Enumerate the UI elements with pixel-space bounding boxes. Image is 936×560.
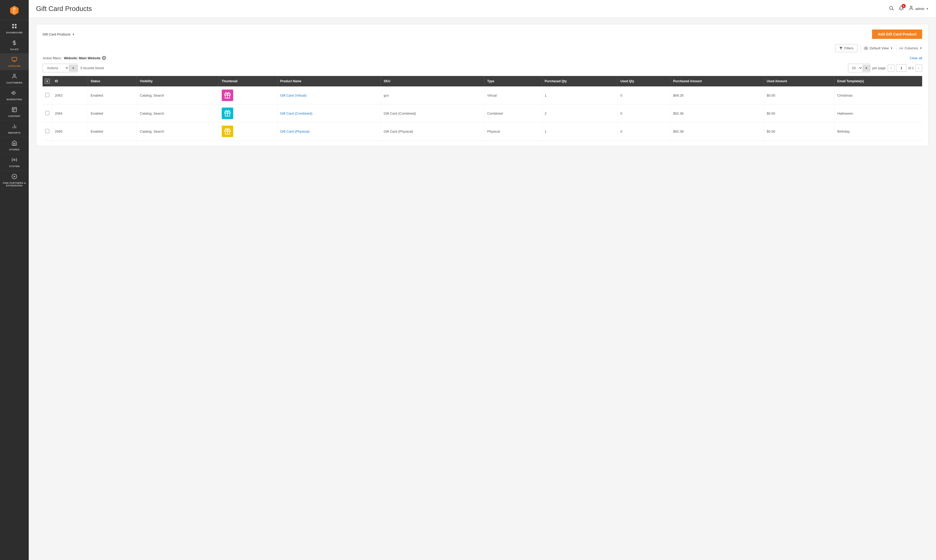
sidebar-item-system[interactable]: SYSTEM (0, 154, 29, 171)
cell-status: Enabled (88, 86, 137, 105)
sidebar-item-label-stores: STORES (9, 148, 20, 151)
th-thumbnail: Thumbnail (219, 76, 277, 86)
product-thumbnail (222, 108, 233, 119)
cell-status: Enabled (88, 105, 137, 122)
sidebar-item-stores[interactable]: STORES (0, 137, 29, 154)
sidebar-item-reports[interactable]: REPORTS (0, 120, 29, 137)
sidebar-item-label-catalog: CATALOG (8, 65, 21, 67)
th-purchased_amount: Purchased Amount (670, 76, 764, 86)
product-thumbnail (222, 89, 233, 101)
sidebar-item-label-sales: SALES (10, 48, 19, 51)
actions-select[interactable]: Actions (43, 64, 69, 72)
cell-product-name[interactable]: Gift Card (Combined) (277, 105, 381, 122)
filter-icon (839, 46, 843, 50)
marketing-icon (11, 90, 17, 97)
product-thumbnail (222, 126, 233, 137)
row-checkbox[interactable] (43, 105, 52, 122)
active-filters-label: Active filters: (43, 56, 62, 60)
active-filters-bar: Active filters: Website: Main Website ✕ … (43, 56, 922, 60)
actions-dropdown-button[interactable]: ▼ (69, 65, 77, 72)
next-page-button[interactable]: › (915, 65, 922, 72)
page-of-label: of 1 (908, 66, 914, 70)
row-checkbox-input[interactable] (45, 129, 49, 133)
toolbar-top: Gift Card Products ▼ Add Gift Card Produ… (43, 29, 922, 39)
svg-point-16 (14, 159, 15, 160)
row-checkbox-input[interactable] (45, 93, 49, 97)
svg-point-20 (890, 6, 893, 9)
filter-row: Filters Default View ▼ (43, 44, 922, 52)
active-filters-left: Active filters: Website: Main Website ✕ (43, 56, 106, 60)
sidebar-item-find-partners[interactable]: FIND PARTNERS & EXTENSIONS (0, 171, 29, 190)
products-table: ▼IDStatusVisibilityThumbnailProduct Name… (43, 76, 922, 140)
row-checkbox[interactable] (43, 122, 52, 140)
gift-icon (224, 92, 231, 99)
cell-sku: Gift Card (Combined) (381, 105, 485, 122)
table-body: 2063EnabledCatalog, Search Gift Card (Vi… (43, 86, 922, 140)
notification-icon[interactable]: 6 (899, 6, 904, 12)
sidebar-item-content[interactable]: CONTENT (0, 104, 29, 120)
per-page-select[interactable]: 20 (848, 64, 863, 72)
product-name-link[interactable]: Gift Card (Combined) (280, 111, 313, 115)
product-name-link[interactable]: Gift Card (Physical) (280, 129, 310, 134)
eye-icon (864, 46, 868, 51)
sales-icon (11, 40, 17, 47)
sidebar-item-sales[interactable]: SALES (0, 37, 29, 54)
gift-icon (224, 128, 231, 135)
find-partners-icon (11, 174, 17, 181)
sidebar-item-label-reports: REPORTS (8, 132, 20, 134)
admin-dropdown-chevron: ▼ (926, 7, 929, 10)
sidebar-item-marketing[interactable]: MARKETING (0, 87, 29, 104)
remove-filter-button[interactable]: ✕ (102, 56, 106, 60)
admin-user-menu[interactable]: admin ▼ (908, 6, 929, 12)
cell-sku: Gift Card (Physical) (381, 122, 485, 140)
sidebar-item-label-dashboard: DASHBOARD (6, 31, 23, 34)
clear-all-button[interactable]: Clear all (910, 56, 922, 60)
breadcrumb-label: Gift Card Products (43, 32, 71, 36)
cell-product-name[interactable]: Gift Card (Physical) (277, 122, 381, 140)
row-checkbox[interactable] (43, 86, 52, 105)
sidebar-logo (0, 0, 29, 20)
cell-email-templates: Christmas (834, 86, 922, 105)
columns-dropdown[interactable]: Columns ▼ (899, 46, 922, 50)
svg-rect-4 (12, 24, 14, 26)
svg-rect-5 (15, 24, 17, 26)
per-page-dropdown-button[interactable]: ▼ (863, 65, 870, 72)
search-icon[interactable] (889, 6, 894, 12)
breadcrumb-dropdown[interactable]: Gift Card Products ▼ (43, 32, 75, 36)
magento-logo-icon (9, 5, 20, 16)
notification-badge: 6 (902, 4, 906, 8)
sidebar-item-customers[interactable]: CUSTOMERS (0, 70, 29, 87)
th-email_templates: Email Template(s) (834, 76, 922, 86)
prev-page-button[interactable]: ‹ (888, 65, 894, 72)
sidebar-item-catalog[interactable]: CATALOG (0, 54, 29, 70)
cell-product-name[interactable]: Gift Card (Virtual) (277, 86, 381, 105)
content-area: Gift Card Products ▼ Add Gift Card Produ… (29, 18, 936, 560)
cell-purchased-amount: $92.38 (670, 122, 764, 140)
filters-button[interactable]: Filters (835, 44, 857, 52)
cell-id: 2063 (52, 86, 88, 105)
row-checkbox-input[interactable] (45, 111, 49, 115)
cell-purchased-qty: 1 (542, 122, 617, 140)
default-view-dropdown[interactable]: Default View ▼ (864, 46, 893, 51)
th-status: Status (88, 76, 137, 86)
add-gift-card-button[interactable]: Add Gift Card Product (872, 29, 922, 39)
th-product_name: Product Name (277, 76, 381, 86)
cell-used-amount: $0.00 (764, 105, 834, 122)
product-name-link[interactable]: Gift Card (Virtual) (280, 94, 306, 97)
sidebar-item-label-customers: CUSTOMERS (6, 82, 23, 84)
cell-thumbnail (219, 122, 277, 140)
page-number-input[interactable] (896, 64, 907, 72)
top-bar-right: 6 admin ▼ (889, 6, 929, 12)
dashboard-icon (11, 23, 17, 30)
cell-purchased-amount: $92.38 (670, 105, 764, 122)
admin-label: admin (915, 7, 925, 11)
select-all-checkbox[interactable]: ▼ (45, 78, 50, 84)
table-header: ▼IDStatusVisibilityThumbnailProduct Name… (43, 76, 922, 86)
table-row: 2063EnabledCatalog, Search Gift Card (Vi… (43, 86, 922, 105)
catalog-icon (11, 57, 17, 64)
svg-rect-9 (12, 57, 17, 61)
sidebar-item-dashboard[interactable]: DASHBOARD (0, 20, 29, 37)
page-title: Gift Card Products (36, 5, 92, 13)
cell-id: 2064 (52, 105, 88, 122)
svg-point-25 (901, 48, 902, 49)
